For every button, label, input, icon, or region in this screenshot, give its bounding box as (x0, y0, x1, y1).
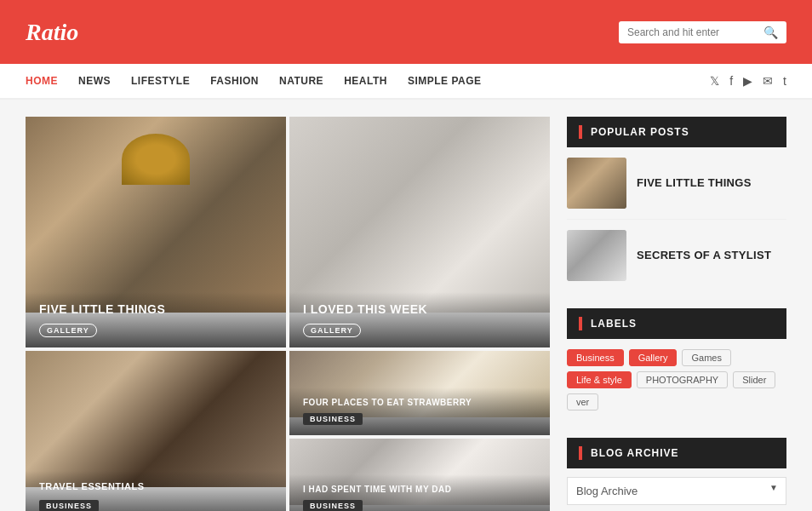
nav-item-simplepage[interactable]: SIMPLE PAGE (408, 75, 482, 87)
main-container: FIVE LITTLE THINGS GALLERY I LOVED THIS … (0, 100, 812, 511)
popular-posts-header: POPULAR POSTS (567, 117, 786, 147)
nav-item-news[interactable]: NEWS (78, 75, 111, 87)
post-title-4: FOUR PLACES TO EAT STRAWBERRY (303, 398, 536, 407)
post-title-3: TRAVEL ESSENTIALS (39, 481, 272, 491)
label-business[interactable]: Business (567, 349, 624, 366)
popular-post-title-2: SECRETS OF A STYLIST (637, 248, 771, 263)
popular-posts-section: POPULAR POSTS FIVE LITTLE THINGS SECRETS… (567, 117, 786, 291)
label-slider[interactable]: Slider (733, 371, 775, 388)
post-badge-1: GALLERY (39, 324, 97, 337)
popular-post-2[interactable]: SECRETS OF A STYLIST (567, 220, 786, 291)
label-games[interactable]: Games (682, 349, 730, 366)
popular-post-thumb-2 (567, 230, 626, 281)
nav-social: 𝕏 f ▶ ✉ t (710, 74, 786, 88)
blog-archive-section: BLOG ARCHIVE Blog Archive (567, 438, 786, 505)
main-nav: HOME NEWS LIFESTYLE FASHION NATURE HEALT… (0, 64, 812, 100)
blog-archive-header: BLOG ARCHIVE (567, 438, 786, 468)
post-card-5[interactable]: I HAD SPENT TIME WITH MY DAD BUSINESS (289, 439, 550, 512)
nav-links: HOME NEWS LIFESTYLE FASHION NATURE HEALT… (26, 75, 482, 87)
post-title-2: I LOVED THIS WEEK (303, 302, 536, 316)
post-col-2: FOUR PLACES TO EAT STRAWBERRY BUSINESS I… (289, 351, 550, 511)
sidebar: POPULAR POSTS FIVE LITTLE THINGS SECRETS… (567, 117, 786, 511)
post-badge-3: BUSINESS (39, 500, 99, 511)
labels-section: LABELS Business Gallery Games Life & sty… (567, 308, 786, 421)
labels-header: LABELS (567, 308, 786, 339)
facebook-icon[interactable]: f (729, 74, 733, 88)
search-input[interactable] (627, 26, 763, 38)
post-overlay-2: I LOVED THIS WEEK GALLERY (289, 292, 550, 347)
nav-item-fashion[interactable]: FASHION (210, 75, 259, 87)
label-photography[interactable]: PHOTOGRAPHY (637, 371, 728, 388)
site-logo[interactable]: Ratio (26, 19, 78, 46)
post-card-1[interactable]: FIVE LITTLE THINGS GALLERY (26, 117, 286, 347)
label-life-style[interactable]: Life & style (567, 371, 632, 388)
post-overlay-5: I HAD SPENT TIME WITH MY DAD BUSINESS (289, 474, 550, 511)
post-card-2[interactable]: I LOVED THIS WEEK GALLERY (289, 117, 550, 347)
popular-post-thumb-1 (567, 158, 626, 209)
search-box: 🔍 (619, 21, 786, 43)
twitter-icon[interactable]: 𝕏 (710, 74, 719, 88)
tumblr-icon[interactable]: t (783, 74, 786, 88)
nav-item-nature[interactable]: NATURE (279, 75, 323, 87)
post-overlay-3: TRAVEL ESSENTIALS BUSINESS (26, 471, 286, 511)
site-header: Ratio 🔍 (0, 0, 812, 64)
blog-archive-select[interactable]: Blog Archive (567, 477, 786, 505)
label-gallery[interactable]: Gallery (629, 349, 678, 366)
nav-item-lifestyle[interactable]: LIFESTYLE (131, 75, 190, 87)
youtube-icon[interactable]: ▶ (743, 74, 752, 88)
post-overlay-4: FOUR PLACES TO EAT STRAWBERRY BUSINESS (289, 388, 550, 435)
nav-item-health[interactable]: HEALTH (344, 75, 387, 87)
posts-grid: FIVE LITTLE THINGS GALLERY I LOVED THIS … (26, 117, 550, 511)
archive-select-wrapper: Blog Archive (567, 468, 786, 505)
label-ver[interactable]: ver (567, 393, 598, 411)
post-title-1: FIVE LITTLE THINGS (39, 302, 272, 316)
post-title-5: I HAD SPENT TIME WITH MY DAD (303, 485, 536, 494)
labels-area: Business Gallery Games Life & style PHOT… (567, 339, 786, 421)
email-icon[interactable]: ✉ (763, 74, 773, 88)
popular-post-title-1: FIVE LITTLE THINGS (637, 175, 752, 191)
post-card-3[interactable]: TRAVEL ESSENTIALS BUSINESS (26, 351, 286, 511)
post-badge-5: BUSINESS (303, 500, 363, 511)
post-card-4[interactable]: FOUR PLACES TO EAT STRAWBERRY BUSINESS (289, 351, 550, 435)
popular-post-1[interactable]: FIVE LITTLE THINGS (567, 147, 786, 220)
post-overlay-1: FIVE LITTLE THINGS GALLERY (26, 292, 286, 347)
nav-item-home[interactable]: HOME (26, 75, 58, 87)
search-button[interactable]: 🔍 (763, 26, 778, 39)
post-badge-4: BUSINESS (303, 413, 363, 425)
post-badge-2: GALLERY (303, 324, 361, 337)
